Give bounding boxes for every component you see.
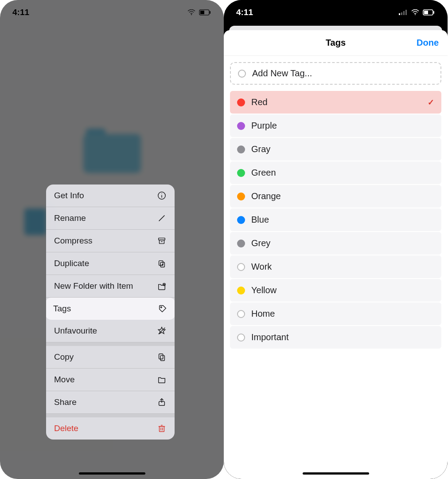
status-time: 4:11 <box>236 8 253 17</box>
svg-point-6 <box>161 193 162 194</box>
svg-point-18 <box>160 306 162 308</box>
tag-row-home[interactable]: Home <box>230 302 441 325</box>
tag-dot <box>237 169 245 177</box>
screenshot-tags-sheet: 4:11 Tags Done Add New Tag... Red✓Purple… <box>224 0 448 479</box>
svg-rect-36 <box>433 11 434 14</box>
archive-icon <box>157 236 167 246</box>
tag-label: Gray <box>251 144 270 154</box>
tag-row-red[interactable]: Red✓ <box>230 91 441 114</box>
tag-row-grey[interactable]: Grey <box>230 232 441 255</box>
tag-dot <box>237 145 245 153</box>
menu-item-unfavourite[interactable]: Unfavourite <box>46 320 175 342</box>
tag-row-orange[interactable]: Orange <box>230 185 441 208</box>
menu-item-new-folder[interactable]: New Folder with Item <box>46 275 175 298</box>
menu-item-move[interactable]: Move <box>46 369 175 391</box>
info-icon <box>157 191 167 200</box>
tag-label: Work <box>251 262 272 272</box>
menu-label: Copy <box>54 352 74 362</box>
svg-rect-29 <box>399 13 400 15</box>
tag-row-important[interactable]: Important <box>230 326 441 349</box>
tag-row-purple[interactable]: Purple <box>230 114 441 137</box>
tag-dot <box>237 216 245 224</box>
tags-sheet: Tags Done Add New Tag... Red✓PurpleGrayG… <box>224 30 448 479</box>
tag-label: Purple <box>251 121 277 131</box>
home-indicator <box>79 472 145 475</box>
tag-dot-outline <box>238 70 246 78</box>
svg-rect-3 <box>210 11 210 14</box>
svg-line-7 <box>159 216 165 221</box>
menu-item-duplicate[interactable]: Duplicate <box>46 252 175 275</box>
tag-row-gray[interactable]: Gray <box>230 138 441 161</box>
menu-item-copy[interactable]: Copy <box>46 346 175 369</box>
menu-item-compress[interactable]: Compress <box>46 230 175 252</box>
tag-label: Blue <box>251 215 269 225</box>
menu-item-share[interactable]: Share <box>46 391 175 414</box>
context-menu: Get Info Rename Compress Duplicate New F… <box>46 185 175 440</box>
new-folder-icon <box>157 281 167 291</box>
tag-dot <box>237 122 245 130</box>
tag-label: Green <box>251 168 276 178</box>
menu-label: Compress <box>54 236 93 246</box>
menu-item-get-info[interactable]: Get Info <box>46 185 175 207</box>
pencil-icon <box>157 213 167 223</box>
add-new-tag-input[interactable]: Add New Tag... <box>230 62 441 85</box>
status-time: 4:11 <box>12 8 29 17</box>
svg-rect-24 <box>160 426 164 432</box>
sheet-header: Tags Done <box>224 30 448 56</box>
sheet-title: Tags <box>326 38 346 48</box>
tag-dot <box>237 287 245 294</box>
add-tag-label: Add New Tag... <box>252 68 312 79</box>
svg-rect-30 <box>401 12 402 15</box>
menu-label: Move <box>54 375 74 385</box>
duplicate-icon <box>157 259 167 268</box>
menu-separator <box>46 342 175 346</box>
share-icon <box>157 397 167 407</box>
tag-label: Yellow <box>251 285 277 295</box>
svg-rect-35 <box>424 11 428 14</box>
status-bar: 4:11 <box>0 0 224 24</box>
svg-rect-2 <box>200 11 204 14</box>
tag-row-work[interactable]: Work <box>230 255 441 278</box>
folder-icon <box>83 129 141 173</box>
svg-point-0 <box>191 14 192 15</box>
tag-label: Orange <box>251 191 281 201</box>
tag-label: Important <box>251 332 288 342</box>
menu-label: New Folder with Item <box>54 281 133 291</box>
tag-dot <box>237 310 245 318</box>
trash-icon <box>157 424 167 433</box>
cell-icon <box>399 10 408 15</box>
svg-rect-31 <box>403 11 405 15</box>
menu-label: Rename <box>54 213 86 223</box>
battery-icon <box>423 9 435 16</box>
wifi-icon <box>187 9 195 16</box>
tag-row-blue[interactable]: Blue <box>230 208 441 231</box>
copy-icon <box>157 352 167 362</box>
tag-label: Grey <box>251 238 270 248</box>
star-slash-icon <box>157 326 167 336</box>
tag-row-green[interactable]: Green <box>230 161 441 184</box>
menu-item-rename[interactable]: Rename <box>46 207 175 230</box>
tag-row-yellow[interactable]: Yellow <box>230 279 441 302</box>
folder-icon <box>157 375 167 385</box>
svg-rect-20 <box>159 354 163 359</box>
done-button[interactable]: Done <box>417 30 439 55</box>
tag-dot <box>237 334 245 342</box>
svg-rect-32 <box>405 10 407 15</box>
menu-separator <box>46 414 175 417</box>
wifi-icon <box>411 9 419 16</box>
menu-label: Delete <box>54 424 78 433</box>
screenshot-context-menu: ⠀⠀⠀ ⠀⠀⠀⠀ ⠀ 4:11 Get Info R <box>0 0 224 479</box>
menu-label: Share <box>54 397 77 407</box>
menu-item-delete[interactable]: Delete <box>46 417 175 440</box>
tag-label: Red <box>251 97 268 107</box>
menu-label: Duplicate <box>54 259 89 268</box>
tag-label: Home <box>251 309 275 319</box>
menu-label: Tags <box>53 304 71 314</box>
svg-point-33 <box>415 14 416 15</box>
menu-label: Unfavourite <box>54 326 97 336</box>
tag-dot <box>237 192 245 200</box>
home-indicator <box>303 472 369 475</box>
menu-item-tags[interactable]: Tags <box>46 298 175 320</box>
status-bar: 4:11 <box>224 0 448 24</box>
tag-dot <box>237 98 245 106</box>
